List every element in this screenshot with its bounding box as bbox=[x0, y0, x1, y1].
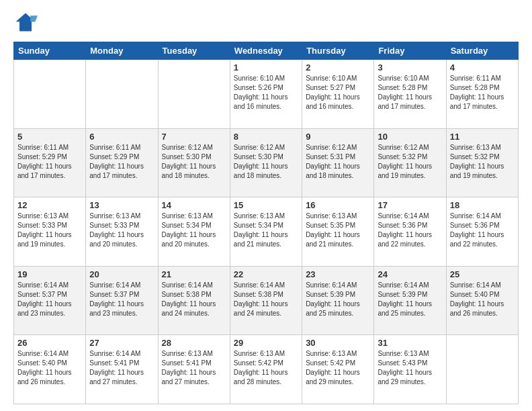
calendar-cell bbox=[158, 60, 230, 129]
calendar-week-1: 1Sunrise: 6:10 AM Sunset: 5:26 PM Daylig… bbox=[14, 60, 519, 129]
calendar-week-4: 19Sunrise: 6:14 AM Sunset: 5:37 PM Dayli… bbox=[14, 266, 519, 335]
day-number: 3 bbox=[378, 62, 442, 73]
calendar-cell: 29Sunrise: 6:13 AM Sunset: 5:42 PM Dayli… bbox=[230, 335, 302, 404]
day-number: 20 bbox=[89, 269, 154, 279]
day-number: 11 bbox=[450, 132, 515, 142]
day-header-sunday: Sunday bbox=[14, 42, 86, 60]
day-number: 25 bbox=[450, 269, 515, 279]
logo-icon bbox=[13, 11, 38, 35]
calendar-cell: 2Sunrise: 6:10 AM Sunset: 5:27 PM Daylig… bbox=[302, 60, 374, 129]
day-number: 28 bbox=[162, 338, 226, 348]
calendar-table: SundayMondayTuesdayWednesdayThursdayFrid… bbox=[13, 42, 519, 404]
day-header-wednesday: Wednesday bbox=[230, 42, 302, 60]
cell-text: Sunrise: 6:13 AM Sunset: 5:33 PM Dayligh… bbox=[17, 212, 82, 249]
cell-text: Sunrise: 6:14 AM Sunset: 5:41 PM Dayligh… bbox=[89, 349, 154, 387]
cell-text: Sunrise: 6:14 AM Sunset: 5:39 PM Dayligh… bbox=[378, 281, 442, 318]
cell-text: Sunrise: 6:13 AM Sunset: 5:32 PM Dayligh… bbox=[450, 143, 515, 181]
day-number: 23 bbox=[306, 269, 370, 279]
calendar-cell bbox=[14, 60, 86, 129]
calendar-cell: 9Sunrise: 6:12 AM Sunset: 5:31 PM Daylig… bbox=[302, 128, 374, 197]
cell-text: Sunrise: 6:13 AM Sunset: 5:41 PM Dayligh… bbox=[162, 349, 226, 387]
cell-text: Sunrise: 6:11 AM Sunset: 5:29 PM Dayligh… bbox=[89, 143, 154, 181]
day-number: 26 bbox=[17, 338, 82, 348]
cell-text: Sunrise: 6:13 AM Sunset: 5:35 PM Dayligh… bbox=[306, 212, 370, 249]
day-number: 27 bbox=[89, 338, 154, 348]
svg-marker-1 bbox=[30, 15, 38, 21]
day-number: 31 bbox=[378, 338, 442, 348]
calendar-cell: 19Sunrise: 6:14 AM Sunset: 5:37 PM Dayli… bbox=[14, 266, 86, 335]
day-number: 14 bbox=[162, 200, 226, 210]
calendar-cell: 3Sunrise: 6:10 AM Sunset: 5:28 PM Daylig… bbox=[374, 60, 446, 129]
day-number: 18 bbox=[450, 200, 515, 210]
calendar-cell: 21Sunrise: 6:14 AM Sunset: 5:38 PM Dayli… bbox=[158, 266, 230, 335]
day-number: 2 bbox=[306, 62, 370, 73]
calendar-cell: 15Sunrise: 6:13 AM Sunset: 5:34 PM Dayli… bbox=[230, 197, 302, 267]
day-number: 1 bbox=[234, 62, 298, 73]
day-number: 17 bbox=[378, 200, 442, 210]
day-number: 15 bbox=[234, 200, 298, 210]
day-number: 12 bbox=[17, 200, 82, 210]
calendar-cell: 30Sunrise: 6:13 AM Sunset: 5:42 PM Dayli… bbox=[302, 335, 374, 404]
cell-text: Sunrise: 6:10 AM Sunset: 5:26 PM Dayligh… bbox=[234, 74, 298, 111]
calendar-cell: 4Sunrise: 6:11 AM Sunset: 5:28 PM Daylig… bbox=[446, 60, 518, 129]
cell-text: Sunrise: 6:12 AM Sunset: 5:30 PM Dayligh… bbox=[162, 143, 226, 181]
calendar-cell: 20Sunrise: 6:14 AM Sunset: 5:37 PM Dayli… bbox=[86, 266, 158, 335]
day-number: 21 bbox=[162, 269, 226, 279]
calendar-cell: 5Sunrise: 6:11 AM Sunset: 5:29 PM Daylig… bbox=[14, 128, 86, 197]
cell-text: Sunrise: 6:12 AM Sunset: 5:32 PM Dayligh… bbox=[378, 143, 442, 181]
calendar-cell: 23Sunrise: 6:14 AM Sunset: 5:39 PM Dayli… bbox=[302, 266, 374, 335]
calendar-cell bbox=[86, 60, 158, 129]
calendar-cell: 7Sunrise: 6:12 AM Sunset: 5:30 PM Daylig… bbox=[158, 128, 230, 197]
day-number: 13 bbox=[89, 200, 154, 210]
day-header-monday: Monday bbox=[86, 42, 158, 60]
page: SundayMondayTuesdayWednesdayThursdayFrid… bbox=[0, 0, 532, 411]
cell-text: Sunrise: 6:13 AM Sunset: 5:43 PM Dayligh… bbox=[378, 349, 442, 387]
calendar-cell: 13Sunrise: 6:13 AM Sunset: 5:33 PM Dayli… bbox=[86, 197, 158, 267]
day-number: 5 bbox=[17, 132, 82, 142]
calendar-cell: 22Sunrise: 6:14 AM Sunset: 5:38 PM Dayli… bbox=[230, 266, 302, 335]
cell-text: Sunrise: 6:14 AM Sunset: 5:37 PM Dayligh… bbox=[17, 281, 82, 318]
cell-text: Sunrise: 6:13 AM Sunset: 5:42 PM Dayligh… bbox=[234, 349, 298, 387]
day-header-saturday: Saturday bbox=[446, 42, 518, 60]
day-number: 4 bbox=[450, 62, 515, 73]
calendar-cell: 25Sunrise: 6:14 AM Sunset: 5:40 PM Dayli… bbox=[446, 266, 518, 335]
calendar-cell: 8Sunrise: 6:12 AM Sunset: 5:30 PM Daylig… bbox=[230, 128, 302, 197]
cell-text: Sunrise: 6:14 AM Sunset: 5:38 PM Dayligh… bbox=[162, 281, 226, 318]
calendar-week-5: 26Sunrise: 6:14 AM Sunset: 5:40 PM Dayli… bbox=[14, 335, 519, 404]
calendar-cell: 27Sunrise: 6:14 AM Sunset: 5:41 PM Dayli… bbox=[86, 335, 158, 404]
cell-text: Sunrise: 6:10 AM Sunset: 5:28 PM Dayligh… bbox=[378, 74, 442, 111]
calendar-cell: 10Sunrise: 6:12 AM Sunset: 5:32 PM Dayli… bbox=[374, 128, 446, 197]
day-number: 7 bbox=[162, 132, 226, 142]
calendar-cell: 26Sunrise: 6:14 AM Sunset: 5:40 PM Dayli… bbox=[14, 335, 86, 404]
day-header-thursday: Thursday bbox=[302, 42, 374, 60]
calendar-cell: 18Sunrise: 6:14 AM Sunset: 5:36 PM Dayli… bbox=[446, 197, 518, 267]
day-number: 16 bbox=[306, 200, 370, 210]
cell-text: Sunrise: 6:14 AM Sunset: 5:36 PM Dayligh… bbox=[450, 212, 515, 249]
calendar-cell: 14Sunrise: 6:13 AM Sunset: 5:34 PM Dayli… bbox=[158, 197, 230, 267]
calendar-cell: 31Sunrise: 6:13 AM Sunset: 5:43 PM Dayli… bbox=[374, 335, 446, 404]
cell-text: Sunrise: 6:12 AM Sunset: 5:30 PM Dayligh… bbox=[234, 143, 298, 181]
cell-text: Sunrise: 6:13 AM Sunset: 5:33 PM Dayligh… bbox=[89, 212, 154, 249]
cell-text: Sunrise: 6:12 AM Sunset: 5:31 PM Dayligh… bbox=[306, 143, 370, 181]
calendar-cell: 11Sunrise: 6:13 AM Sunset: 5:32 PM Dayli… bbox=[446, 128, 518, 197]
cell-text: Sunrise: 6:11 AM Sunset: 5:28 PM Dayligh… bbox=[450, 74, 515, 111]
cell-text: Sunrise: 6:14 AM Sunset: 5:40 PM Dayligh… bbox=[17, 349, 82, 387]
day-header-tuesday: Tuesday bbox=[158, 42, 230, 60]
day-number: 30 bbox=[306, 338, 370, 348]
day-number: 22 bbox=[234, 269, 298, 279]
calendar-cell: 16Sunrise: 6:13 AM Sunset: 5:35 PM Dayli… bbox=[302, 197, 374, 267]
day-number: 24 bbox=[378, 269, 442, 279]
calendar-cell: 6Sunrise: 6:11 AM Sunset: 5:29 PM Daylig… bbox=[86, 128, 158, 197]
day-number: 29 bbox=[234, 338, 298, 348]
day-number: 9 bbox=[306, 132, 370, 142]
day-header-friday: Friday bbox=[374, 42, 446, 60]
cell-text: Sunrise: 6:13 AM Sunset: 5:34 PM Dayligh… bbox=[234, 212, 298, 249]
cell-text: Sunrise: 6:13 AM Sunset: 5:34 PM Dayligh… bbox=[162, 212, 226, 249]
cell-text: Sunrise: 6:14 AM Sunset: 5:36 PM Dayligh… bbox=[378, 212, 442, 249]
cell-text: Sunrise: 6:14 AM Sunset: 5:39 PM Dayligh… bbox=[306, 281, 370, 318]
calendar-header-row: SundayMondayTuesdayWednesdayThursdayFrid… bbox=[14, 42, 519, 60]
calendar-cell: 24Sunrise: 6:14 AM Sunset: 5:39 PM Dayli… bbox=[374, 266, 446, 335]
calendar-cell: 17Sunrise: 6:14 AM Sunset: 5:36 PM Dayli… bbox=[374, 197, 446, 267]
calendar-cell: 28Sunrise: 6:13 AM Sunset: 5:41 PM Dayli… bbox=[158, 335, 230, 404]
calendar-cell: 12Sunrise: 6:13 AM Sunset: 5:33 PM Dayli… bbox=[14, 197, 86, 267]
